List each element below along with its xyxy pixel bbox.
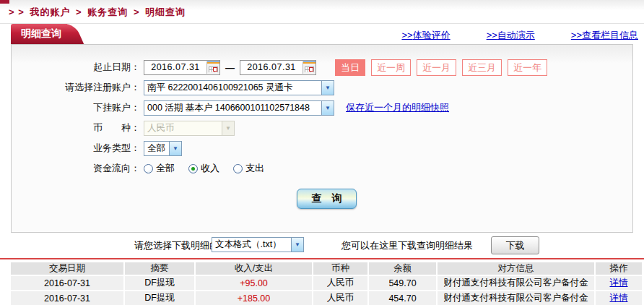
cell-balance: 454.70: [369, 291, 436, 305]
radio-icon[interactable]: [144, 164, 153, 173]
cell-currency: 人民币: [313, 276, 367, 290]
chevron-down-icon[interactable]: ▼: [291, 238, 303, 252]
divider-line: [0, 23, 644, 24]
cell-summary: DF提现: [125, 276, 194, 290]
fund-flow-row: 资金流向： 全部 收入 支出: [12, 160, 632, 176]
flow-option-expense-label: 支出: [245, 162, 264, 175]
download-hint: 您可以在这里下载查询明细结果: [341, 239, 473, 252]
currency-value: 人民币: [144, 122, 222, 134]
col-header-amount: 收入/支出: [196, 262, 312, 275]
link-experience-rating[interactable]: >>体验评价: [401, 29, 450, 42]
currency-row: 币 种： 人民币 ▼: [12, 120, 632, 136]
flow-option-income[interactable]: 收入: [188, 162, 219, 175]
quick-range-month-button[interactable]: 近一月: [417, 59, 456, 76]
breadcrumb: > > 我的账户 > 账务查询 > 明细查询: [9, 6, 188, 19]
transaction-table: 交易日期 摘要 收入/支出 币种 余额 对方信息 操作 2016-07-31 D…: [9, 261, 643, 305]
flow-option-income-label: 收入: [201, 162, 219, 175]
register-account-value: 南平 6222001406100921065 灵通卡: [144, 82, 321, 94]
quick-range-today-button[interactable]: 当日: [335, 59, 365, 76]
table-header-row: 交易日期 摘要 收入/支出 币种 余额 对方信息 操作: [11, 262, 642, 275]
chevron-down-icon[interactable]: ▼: [169, 142, 181, 155]
currency-select: 人民币 ▼: [144, 121, 235, 136]
biz-type-select[interactable]: 全部 ▼: [144, 141, 182, 156]
flow-option-expense[interactable]: 支出: [233, 162, 264, 175]
corner-mark: [0, 0, 9, 4]
download-button[interactable]: 下载: [491, 236, 539, 254]
query-form-panel: 起止日期： 2016.07.31 — 2016.07.31 当日 近一周 近一月…: [11, 44, 633, 233]
calendar-icon[interactable]: [206, 61, 219, 74]
download-row: 请您选择下载明细的格式 文本格式（.txt） ▼ 您可以在这里下载查询明细结果 …: [0, 236, 644, 256]
save-snapshot-link[interactable]: 保存近一个月的明细快照: [346, 101, 449, 114]
breadcrumb-item-detail-query[interactable]: 明细查询: [145, 7, 186, 17]
cell-counterparty: 财付通支付科技有限公司客户备付金: [438, 276, 594, 290]
flow-option-all-label: 全部: [156, 162, 175, 175]
col-header-date: 交易日期: [11, 262, 123, 275]
sub-account-value: 000 活期 基本户 1406600101102571848: [144, 102, 321, 114]
chevron-down-icon[interactable]: ▼: [321, 81, 334, 95]
register-account-label: 请选择注册账户：: [12, 81, 140, 94]
cell-summary: DF提现: [125, 291, 194, 305]
cell-date: 2016-07-31: [11, 276, 123, 290]
sub-account-label: 下挂账户：: [12, 101, 140, 114]
col-header-action: 操作: [596, 262, 642, 275]
fund-flow-label: 资金流向：: [12, 162, 140, 175]
chevron-down-icon[interactable]: ▼: [321, 101, 334, 115]
register-account-select[interactable]: 南平 6222001406100921065 灵通卡 ▼: [144, 80, 334, 95]
biz-type-row: 业务类型： 全部 ▼: [12, 140, 632, 156]
date-range-label: 起止日期：: [12, 61, 140, 74]
date-to-value[interactable]: 2016.07.31: [240, 62, 303, 72]
breadcrumb-item-account-query[interactable]: 账务查询: [87, 7, 128, 17]
quick-range-quarter-button[interactable]: 近三月: [462, 59, 502, 76]
header-links: >>体验评价 >>自动演示 >>查看栏目信息: [401, 29, 638, 42]
tab-title: 明细查询: [21, 27, 61, 39]
cell-amount: +185.00: [196, 291, 312, 305]
breadcrumb-item-my-account[interactable]: 我的账户: [30, 7, 70, 17]
col-header-summary: 摘要: [125, 262, 194, 275]
breadcrumb-separator: >: [134, 7, 140, 17]
sub-account-select[interactable]: 000 活期 基本户 1406600101102571848 ▼: [144, 100, 334, 116]
link-auto-demo[interactable]: >>自动演示: [487, 29, 535, 42]
table-row: 2016-07-31 DF提现 +95.00 人民币 549.70 财付通支付科…: [11, 276, 642, 290]
col-header-balance: 余额: [369, 262, 436, 275]
download-format-select[interactable]: 文本格式（.txt） ▼: [212, 237, 304, 252]
biz-type-label: 业务类型：: [12, 142, 140, 155]
cell-counterparty: 财付通支付科技有限公司客户备付金: [438, 291, 594, 305]
radio-icon[interactable]: [188, 164, 198, 173]
calendar-icon[interactable]: [303, 61, 316, 74]
quick-range-week-button[interactable]: 近一周: [371, 59, 411, 76]
date-separator: —: [225, 62, 235, 73]
breadcrumb-separator: >: [76, 7, 82, 17]
breadcrumb-prefix: > >: [9, 7, 25, 17]
chevron-down-icon: ▼: [222, 121, 234, 135]
cell-amount: +95.00: [196, 276, 312, 290]
cell-balance: 549.70: [369, 276, 436, 290]
cell-currency: 人民币: [313, 291, 367, 305]
sub-account-row: 下挂账户： 000 活期 基本户 1406600101102571848 ▼ 保…: [12, 100, 632, 116]
col-header-currency: 币种: [313, 262, 367, 275]
date-range-row: 起止日期： 2016.07.31 — 2016.07.31 当日 近一周 近一月…: [12, 59, 632, 75]
cell-date: 2016-07-31: [11, 291, 123, 305]
detail-link[interactable]: 详情: [610, 293, 628, 303]
detail-query-page: > > 我的账户 > 账务查询 > 明细查询 明细查询 >>体验评价 >>自动演…: [0, 0, 644, 305]
table-row: 2016-07-31 DF提现 +185.00 人民币 454.70 财付通支付…: [11, 291, 642, 305]
quick-range-year-button[interactable]: 近一年: [508, 59, 547, 76]
link-view-column-info[interactable]: >>查看栏目信息: [571, 29, 638, 42]
currency-label: 币 种：: [12, 121, 140, 134]
date-from-value[interactable]: 2016.07.31: [144, 62, 206, 72]
biz-type-value: 全部: [144, 142, 169, 155]
detail-link[interactable]: 详情: [610, 278, 628, 288]
col-header-counterparty: 对方信息: [438, 262, 594, 275]
date-to-input[interactable]: 2016.07.31: [240, 60, 316, 75]
register-account-row: 请选择注册账户： 南平 6222001406100921065 灵通卡 ▼: [12, 80, 632, 95]
flow-option-all[interactable]: 全部: [144, 162, 175, 175]
date-from-input[interactable]: 2016.07.31: [144, 60, 220, 75]
tab-detail-query[interactable]: 明细查询: [11, 24, 67, 44]
query-button[interactable]: 查 询: [297, 189, 357, 209]
radio-icon[interactable]: [233, 164, 243, 173]
download-format-value: 文本格式（.txt）: [212, 239, 291, 251]
red-divider-line: [0, 258, 644, 259]
